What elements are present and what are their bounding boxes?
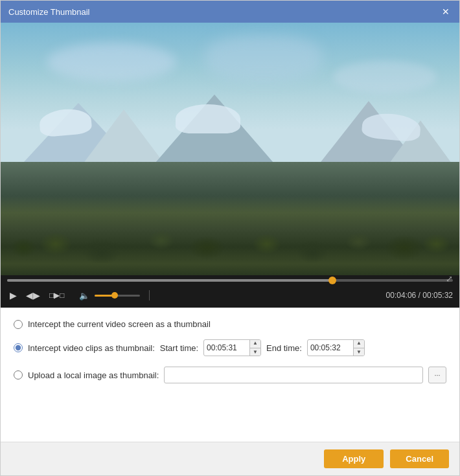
option-3-radio[interactable] (14, 370, 23, 380)
option-1-radio[interactable] (14, 320, 23, 329)
volume-slider[interactable] (95, 295, 140, 297)
end-time-up[interactable]: ▲ (354, 339, 364, 348)
option-2-label[interactable]: Intercept video clips as thumbnail: (28, 343, 155, 353)
time-display: 00:04:06 / 00:05:32 (386, 291, 453, 300)
start-time-label: Start time: (160, 343, 198, 353)
option-2-radio[interactable] (14, 343, 23, 352)
start-time-box: ▲ ▼ (203, 339, 261, 356)
option-1-row: Intercept the current video screen as a … (14, 319, 446, 329)
control-bar: ▶ ◀▶ □▶□ 🔈 00:04:06 / 00:05:32 (1, 283, 459, 308)
start-time-down[interactable]: ▼ (250, 348, 260, 357)
end-time-label: End time: (266, 343, 302, 353)
browse-button[interactable]: ··· (428, 367, 446, 383)
end-time-down[interactable]: ▼ (354, 348, 364, 357)
seek-bar[interactable]: ⤢ (7, 279, 453, 282)
video-frame (1, 23, 459, 275)
current-time: 00:04:06 (386, 291, 417, 300)
option-2-row: Intercept video clips as thumbnail: Star… (14, 339, 446, 356)
option-3-label[interactable]: Upload a local image as thumbnail: (28, 370, 159, 380)
apply-button[interactable]: Apply (324, 449, 384, 468)
cloud-1 (47, 43, 176, 82)
end-time-spinners: ▲ ▼ (353, 339, 364, 356)
title-bar: Customize Thumbnail ✕ (1, 1, 459, 23)
play-button[interactable]: ▶ (7, 289, 19, 302)
cancel-button[interactable]: Cancel (390, 449, 449, 468)
shrubs (1, 187, 459, 263)
start-time-input[interactable] (204, 342, 249, 354)
end-time-box: ▲ ▼ (307, 339, 365, 356)
options-section: Intercept the current video screen as a … (1, 308, 459, 442)
close-button[interactable]: ✕ (440, 6, 452, 17)
end-time-input[interactable] (308, 342, 353, 354)
seek-bar-container: ⤢ (1, 275, 459, 283)
video-preview (1, 23, 459, 275)
dialog-title: Customize Thumbnail (8, 7, 89, 17)
footer: Apply Cancel (1, 442, 459, 475)
volume-button[interactable]: 🔈 (76, 289, 92, 302)
option-3-row: Upload a local image as thumbnail: ··· (14, 367, 446, 383)
next-frame-button[interactable]: ◀▶ (23, 289, 43, 302)
expand-icon: ⤢ (446, 274, 453, 284)
upload-path-input[interactable] (164, 367, 423, 383)
divider (149, 290, 150, 300)
total-time: 00:05:32 (422, 291, 453, 300)
start-time-up[interactable]: ▲ (250, 339, 260, 348)
clip-button[interactable]: □▶□ (47, 289, 67, 301)
option-1-label[interactable]: Intercept the current video screen as a … (28, 319, 211, 329)
start-time-spinners: ▲ ▼ (249, 339, 260, 356)
seek-bar-thumb[interactable] (328, 277, 336, 284)
cloud-3 (205, 36, 322, 81)
volume-control: 🔈 (76, 289, 140, 302)
seek-bar-icons: ⤢ (446, 274, 453, 284)
time-inputs: Start time: ▲ ▼ End time: ▲ ▼ (160, 339, 365, 356)
volume-thumb[interactable] (111, 292, 118, 299)
snow-cap-mid (176, 104, 240, 133)
customize-thumbnail-dialog: Customize Thumbnail ✕ ⤢ (0, 0, 460, 476)
cloud-2 (333, 61, 437, 93)
seek-bar-fill (7, 279, 332, 282)
